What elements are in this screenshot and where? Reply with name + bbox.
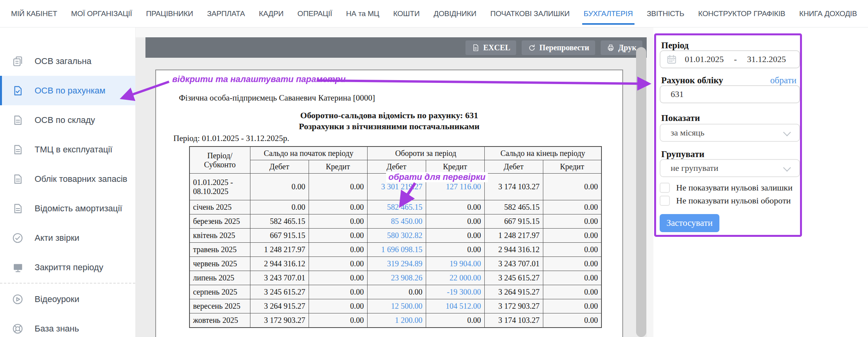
- amount-cell: 0.00: [543, 271, 601, 285]
- amount-link[interactable]: 1 696 098.15: [381, 245, 423, 254]
- amount-link[interactable]: 3 301 219.27: [381, 182, 423, 191]
- date-from-value: 01.01.2025: [685, 54, 724, 64]
- sidebar-item[interactable]: База знань: [0, 314, 135, 337]
- amount-cell: 0.00: [309, 285, 367, 299]
- sidebar-item[interactable]: ТМЦ в експлуатації: [0, 135, 135, 164]
- nav-item[interactable]: БУХГАЛТЕРІЯ: [584, 0, 633, 27]
- nav-item[interactable]: КОШТИ: [393, 0, 419, 27]
- amount-link[interactable]: 582 465.15: [387, 203, 423, 211]
- period-cell: березень 2025: [189, 214, 250, 229]
- column-group-header: Сальдо на початок періоду: [250, 147, 367, 160]
- table-row: жовтень 20253 172 903.270.001 200.000.00…: [189, 313, 601, 328]
- checkbox-icon[interactable]: [660, 196, 670, 206]
- amount-cell: 319 294.89: [367, 257, 426, 271]
- nav-item[interactable]: КАДРИ: [259, 0, 284, 27]
- table-row: серпень 20253 245 615.270.000.00-19 300.…: [189, 285, 601, 299]
- account-value: 631: [671, 89, 684, 99]
- vertical-scrollbar[interactable]: [636, 47, 646, 337]
- account-input[interactable]: 631: [660, 85, 800, 103]
- amount-link[interactable]: 1 200.00: [395, 316, 423, 324]
- nav-item[interactable]: КНИГА ДОХОДІВ: [799, 0, 857, 27]
- period-date-range-input[interactable]: 01.01.2025 - 31.12.2025: [660, 50, 800, 68]
- amount-link[interactable]: -19 300.00: [447, 288, 481, 296]
- report-toolbar: EXCELПерепровестиДрук: [145, 37, 647, 58]
- nav-item[interactable]: ЗАРПЛАТА: [207, 0, 245, 27]
- checkbox-label[interactable]: Не показувати нульові обороти: [676, 196, 791, 206]
- file-lines-icon: [12, 173, 24, 185]
- toolbar-button[interactable]: EXCEL: [465, 40, 516, 55]
- amount-cell: 23 908.26: [367, 271, 426, 285]
- amount-link[interactable]: 85 450.00: [391, 217, 423, 225]
- amount-cell: 1 200.00: [367, 313, 426, 328]
- play-circle-icon: [12, 293, 24, 305]
- column-subheader: Дебет: [484, 160, 543, 174]
- amount-link[interactable]: 12 500.00: [391, 302, 423, 310]
- nav-item[interactable]: КОНСТРУКТОР ГРАФІКІВ: [698, 0, 785, 27]
- sidebar-item-label: ОСВ загальна: [35, 56, 92, 66]
- nav-item[interactable]: ДОВІДНИКИ: [434, 0, 476, 27]
- sidebar-item[interactable]: ОСВ загальна: [0, 46, 135, 76]
- nav-item[interactable]: ОПЕРАЦІЇ: [298, 0, 332, 27]
- hide-zero-balances-checkbox-row[interactable]: Не показувати нульові залишки: [660, 183, 793, 193]
- amount-cell: 0.00: [426, 214, 484, 229]
- amount-cell: 0.00: [543, 299, 601, 313]
- chevron-down-icon: [783, 128, 791, 136]
- period-cell: травень 2025: [189, 243, 250, 257]
- amount-cell: 0.00: [309, 257, 367, 271]
- amount-link[interactable]: 22 000.00: [450, 273, 481, 282]
- sidebar-item[interactable]: Відомість амортизації: [0, 194, 135, 223]
- sidebar-item[interactable]: Закриття періоду: [0, 253, 135, 282]
- amount-cell: 0.00: [426, 200, 484, 214]
- period-cell: жовтень 2025: [189, 313, 250, 328]
- amount-link[interactable]: 319 294.89: [387, 259, 423, 268]
- amount-cell: 1 696 098.15: [367, 243, 426, 257]
- life-ring-icon: [12, 323, 24, 335]
- sidebar-item[interactable]: ОСВ по рахункам: [0, 76, 135, 105]
- sidebar-item[interactable]: Відеоуроки: [0, 284, 135, 314]
- period-cell: січень 2025: [189, 200, 250, 214]
- amount-cell: 0.00: [309, 214, 367, 229]
- amount-link[interactable]: 580 302.82: [387, 231, 423, 240]
- amount-link[interactable]: 104 512.00: [446, 302, 481, 310]
- amount-cell: 1 248 217.97: [250, 243, 309, 257]
- scrollbar-track[interactable]: [647, 37, 653, 337]
- nav-item[interactable]: НА та МЦ: [346, 0, 379, 27]
- nav-item[interactable]: ПОЧАТКОВІ ЗАЛИШКИ: [490, 0, 570, 27]
- group-select[interactable]: не групувати: [660, 159, 800, 177]
- amount-cell: -19 300.00: [426, 285, 484, 299]
- toolbar-button[interactable]: Перепровести: [522, 40, 595, 55]
- sidebar-item-label: Відомість амортизації: [35, 203, 122, 214]
- show-label: Показати: [661, 113, 700, 123]
- amount-link[interactable]: 127 116.00: [446, 182, 481, 191]
- period-cell: серпень 2025: [189, 285, 250, 299]
- checkbox-icon[interactable]: [660, 183, 670, 193]
- sidebar-item[interactable]: ОСВ по складу: [0, 105, 135, 135]
- hide-zero-turnovers-checkbox-row[interactable]: Не показувати нульові обороти: [660, 196, 791, 206]
- amount-cell: 582 465.15: [250, 214, 309, 229]
- printer-icon: [607, 44, 615, 52]
- checkbox-label[interactable]: Не показувати нульові залишки: [676, 183, 793, 193]
- nav-item[interactable]: ЗВІТНІСТЬ: [647, 0, 684, 27]
- amount-cell: 3 243 707.01: [484, 257, 543, 271]
- period-cell: вересень 2025: [189, 299, 250, 313]
- monitor-icon: [12, 262, 24, 273]
- amount-cell: 19 904.00: [426, 257, 484, 271]
- app-window: МІЙ КАБІНЕТМОЇ ОРГАНІЗАЦІЇПРАЦІВНИКИЗАРП…: [0, 0, 868, 337]
- table-row: травень 20251 248 217.970.001 696 098.15…: [189, 243, 601, 257]
- choose-account-link[interactable]: обрати: [770, 75, 796, 86]
- column-subheader: Дебет: [367, 160, 426, 174]
- sidebar-item[interactable]: Облік товарних запасів: [0, 164, 135, 194]
- apply-button[interactable]: Застосувати: [660, 214, 719, 232]
- nav-item[interactable]: ПРАЦІВНИКИ: [146, 0, 193, 27]
- nav-item[interactable]: МОЇ ОРГАНІЗАЦІЇ: [71, 0, 132, 27]
- amount-link[interactable]: 23 908.26: [391, 273, 423, 282]
- nav-item[interactable]: МІЙ КАБІНЕТ: [11, 0, 57, 27]
- amount-link[interactable]: 19 904.00: [450, 259, 481, 268]
- sidebar-divider: [0, 283, 135, 284]
- amount-cell: 3 301 219.27: [367, 174, 426, 200]
- show-select[interactable]: за місяць: [660, 124, 800, 142]
- refresh-icon: [528, 44, 536, 52]
- sidebar-item[interactable]: Акти звірки: [0, 223, 135, 253]
- column-subheader: Дебет: [250, 160, 309, 174]
- calendar-icon: [666, 54, 677, 65]
